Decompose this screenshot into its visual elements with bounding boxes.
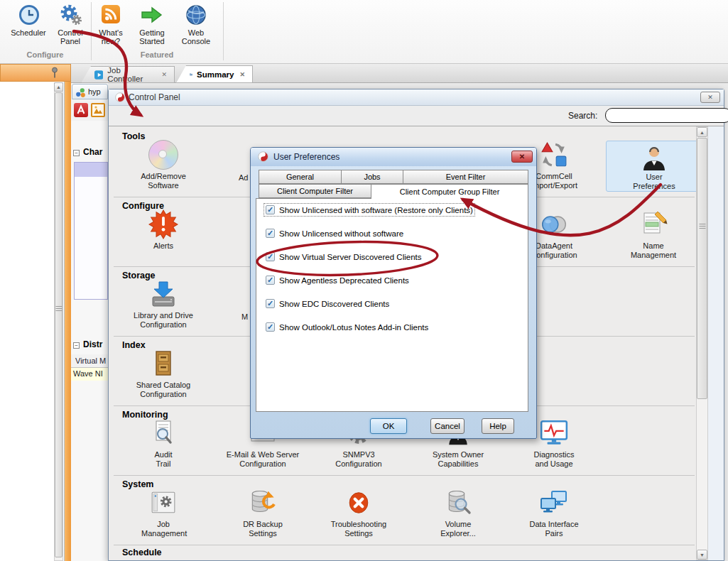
close-icon[interactable]: ✕ (239, 71, 245, 78)
collapse-icon[interactable]: − (73, 150, 80, 156)
cp-item-user-preferences[interactable]: User Preferences (606, 141, 702, 192)
workspace-table-header: Virtual M (71, 354, 108, 368)
arrow-down-icon: ▼ (700, 552, 705, 557)
checkbox-label: Show Outlook/Lotus Notes Add-in Clients (279, 323, 428, 332)
toolbar-item-web-console[interactable]: Web Console (176, 3, 216, 47)
cp-item-add-remove-software[interactable]: Add/Remove Software (117, 138, 210, 190)
gear-small-icon (71, 14, 82, 26)
scroll-up-button[interactable]: ▲ (54, 82, 63, 92)
cp-item-volume-explorer[interactable]: Volume Explorer... (412, 486, 504, 538)
cp-item-troubleshooting[interactable]: Troubleshooting Settings (313, 486, 405, 538)
checkbox[interactable]: ✓ (266, 252, 275, 261)
globe-icon (185, 4, 207, 26)
toolbar-item-label: Control Panel (51, 28, 89, 45)
workspace-tab-label: hyp (88, 87, 101, 96)
checkbox-row: ✓ Show Unlicensed without software (266, 229, 403, 238)
checkbox-row: ✓ Show EDC Discovered Clients (266, 299, 389, 308)
tab-job-controller[interactable]: Job Controller ✕ (81, 66, 175, 83)
workspace-section-chart: Char (83, 147, 108, 157)
error-x-icon (345, 489, 372, 517)
checkbox[interactable]: ✓ (266, 322, 275, 332)
toolbar-item-whats-new[interactable]: What's new? (92, 3, 129, 47)
tab-label: Job Controller (107, 66, 156, 83)
workspace-chart-area (74, 162, 108, 300)
control-panel-close-button[interactable]: ✕ (700, 92, 720, 103)
cp-item-job-management[interactable]: Job Management (117, 486, 210, 538)
toolbar-group-configure: Configure (0, 50, 90, 59)
collapse-icon[interactable]: − (73, 342, 80, 349)
toolbar-item-label: Scheduler (4, 28, 53, 37)
toolbar-group-featured: Featured (91, 50, 223, 59)
dialog-close-button[interactable]: ✕ (511, 151, 533, 163)
cp-item-name-management[interactable]: Name Management (607, 207, 700, 260)
cp-item-alerts[interactable]: Alerts (117, 207, 210, 251)
checkbox[interactable]: ✓ (266, 276, 275, 285)
toolbar-item-label: What's new? (93, 28, 129, 45)
workspace-table-row[interactable]: Wave NI (71, 368, 108, 381)
tab-event-filter[interactable]: Event Filter (403, 170, 528, 184)
dr-backup-icon (249, 489, 277, 517)
control-panel-titlebar[interactable]: Control Panel (109, 89, 724, 106)
cp-item-shared-catalog[interactable]: Shared Catalog Configuration (117, 347, 210, 399)
volume-explorer-icon (444, 489, 472, 517)
dataagent-icon (539, 214, 569, 234)
workspace-section-distribution: Distr (83, 339, 108, 349)
image-export-icon[interactable] (91, 103, 105, 117)
arrow-up-icon: ▲ (700, 130, 705, 135)
library-drive-icon (149, 280, 178, 307)
cp-item-library-drive-configuration[interactable]: Library and Drive Configuration (117, 277, 210, 329)
cancel-button[interactable]: Cancel (430, 418, 464, 434)
pdf-icon[interactable] (74, 103, 88, 117)
arrow-right-icon (141, 6, 163, 24)
checkbox-label: Show Agentless Deprecated Clients (279, 276, 409, 285)
document-pencil-icon (639, 210, 668, 239)
tab-general[interactable]: General (259, 170, 342, 184)
tab-jobs[interactable]: Jobs (341, 170, 403, 184)
dialog-titlebar[interactable]: User Preferences (251, 148, 536, 166)
check-icon: ✓ (267, 276, 273, 285)
tab-label: Summary (197, 70, 234, 79)
cp-item-audit-trail[interactable]: Audit Trail (117, 416, 210, 469)
app-swirl-icon (258, 151, 268, 162)
sidebar-header (0, 64, 71, 82)
cd-icon (148, 140, 178, 170)
tab-client-computer-filter[interactable]: Client Computer Filter (259, 184, 371, 198)
window-title: Control Panel (129, 92, 180, 102)
clock-icon (18, 4, 40, 26)
checkbox-label: Show Virtual Server Discovered Clients (279, 253, 421, 261)
toolbar-item-getting-started[interactable]: Getting Started (132, 3, 172, 47)
checkbox[interactable]: ✓ (266, 229, 275, 238)
checkbox-label: Show Unlicensed without software (279, 229, 403, 238)
close-icon[interactable]: ✕ (161, 71, 167, 78)
help-button[interactable]: Help (482, 418, 514, 434)
checkbox[interactable]: ✓ (266, 299, 275, 308)
dialog-title: User Preferences (273, 152, 339, 162)
scroll-down-button[interactable]: ▼ (697, 550, 707, 560)
check-icon: ✓ (267, 229, 273, 238)
check-icon: ✓ (267, 299, 273, 308)
checkbox-row: ✓ Show Unlicensed with software (Restore… (266, 205, 473, 214)
cp-item-dr-backup[interactable]: DR Backup Settings (217, 486, 309, 538)
search-label: Search: (568, 111, 597, 121)
scrollbar-thumb[interactable] (55, 92, 63, 557)
checkbox-row: ✓ Show Outlook/Lotus Notes Add-in Client… (266, 322, 428, 332)
toolbar-item-scheduler[interactable]: Scheduler (4, 3, 53, 47)
cp-right-margin (708, 126, 724, 560)
tab-summary[interactable]: Summary ✕ (176, 65, 253, 83)
pin-icon[interactable] (50, 67, 59, 79)
scrollbar-thumb[interactable] (697, 138, 707, 399)
molecule-icon (75, 87, 86, 98)
ok-button[interactable]: OK (370, 418, 407, 434)
workspace-tab-hyp[interactable]: hyp (72, 84, 108, 99)
cp-item-data-interface-pairs[interactable]: Data Interface Pairs (508, 486, 600, 538)
search-input[interactable] (605, 108, 728, 123)
tab-client-computer-group-filter[interactable]: Client Computer Group Filter (371, 184, 528, 199)
checkbox[interactable]: ✓ (266, 205, 275, 214)
diagnostics-monitor-icon (539, 420, 569, 447)
check-icon: ✓ (267, 252, 273, 261)
sidebar-accent-strip (65, 82, 71, 561)
data-interface-icon (539, 489, 569, 516)
scroll-up-button[interactable]: ▲ (697, 127, 707, 137)
job-management-icon (150, 489, 177, 516)
toolbar-item-control-panel[interactable]: Control Panel (51, 3, 89, 47)
